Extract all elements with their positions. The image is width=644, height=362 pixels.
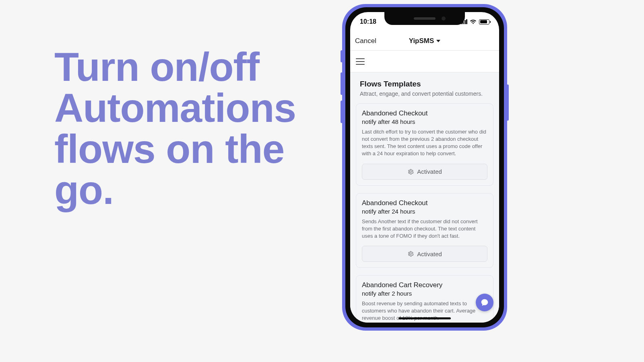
home-indicator[interactable] <box>398 317 451 319</box>
flow-card-title: Abandoned Cart Recovery <box>362 281 487 289</box>
cancel-button[interactable]: Cancel <box>355 37 376 45</box>
gear-icon <box>407 169 414 175</box>
marketing-headline: Turn on/off Automations flows on the go. <box>54 46 336 210</box>
flow-card-subtitle: notify after 24 hours <box>362 208 487 215</box>
wifi-icon <box>470 19 477 25</box>
section-subtitle: Attract, engage, and convert potential c… <box>360 90 489 98</box>
cellular-signal-icon <box>461 19 468 24</box>
app-title-label: YipSMS <box>409 37 434 45</box>
section-title: Flows Templates <box>360 80 492 88</box>
flow-card-title: Abandoned Checkout <box>362 199 487 207</box>
activated-label: Activated <box>417 168 442 175</box>
battery-icon <box>479 19 489 25</box>
chat-icon <box>480 298 489 307</box>
chevron-down-icon <box>436 40 440 42</box>
sub-toolbar <box>350 51 499 72</box>
activated-button[interactable]: Activated <box>362 164 487 180</box>
activated-label: Activated <box>417 251 442 257</box>
gear-icon <box>407 251 414 257</box>
flow-card-subtitle: notify after 2 hours <box>362 290 487 297</box>
status-time: 10:18 <box>360 18 376 25</box>
app-title-dropdown[interactable]: YipSMS <box>409 37 441 45</box>
status-bar: 10:18 <box>350 12 499 31</box>
flow-card-title: Abandoned Checkout <box>362 109 487 117</box>
app-nav-header: Cancel YipSMS <box>350 31 499 51</box>
content-area[interactable]: Flows Templates Attract, engage, and con… <box>350 72 499 323</box>
phone-screen: 10:18 Cancel YipSMS <box>350 12 499 323</box>
flow-card-subtitle: notify after 48 hours <box>362 118 487 125</box>
flow-card[interactable]: Abandoned Cart Recovery notify after 2 h… <box>356 275 493 323</box>
flow-card[interactable]: Abandoned Checkout notify after 24 hours… <box>356 193 493 268</box>
flow-card-description: Sends Another text if the customer did n… <box>362 218 487 240</box>
flow-card-description: Last ditch effort to try to convert the … <box>362 128 487 157</box>
flow-card[interactable]: Abandoned Checkout notify after 48 hours… <box>356 103 493 186</box>
menu-icon[interactable] <box>356 58 365 65</box>
chat-fab[interactable] <box>476 294 493 311</box>
phone-mockup: 10:18 Cancel YipSMS <box>342 4 507 331</box>
activated-button[interactable]: Activated <box>362 246 487 262</box>
